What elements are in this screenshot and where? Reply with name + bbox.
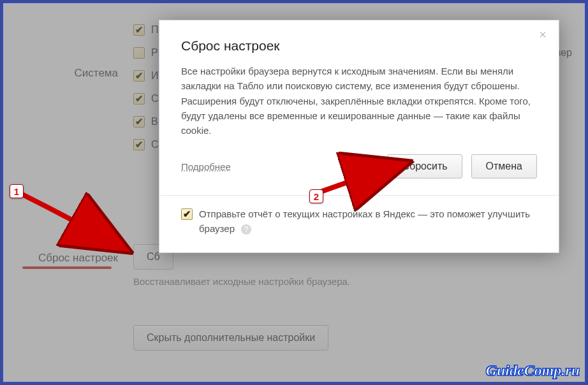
divider [159,195,559,196]
checkbox-icon[interactable] [181,208,193,220]
annotation-marker-1: 1 [10,184,24,198]
dialog-title: Сброс настроек [181,38,537,54]
settings-page: Система Сброс настроек Показывать иконку… [3,3,585,382]
cancel-button[interactable]: Отмена [471,154,537,178]
more-link[interactable]: Подробнее [181,161,231,172]
close-icon[interactable]: × [536,28,550,42]
help-icon[interactable]: ? [241,224,251,235]
reset-settings-dialog: × Сброс настроек Все настройки браузера … [159,20,559,253]
annotation-marker-2: 2 [309,189,323,203]
send-report-option[interactable]: Отправьте отчёт о текущих настройках в Я… [181,207,537,236]
dialog-description: Все настройки браузера вернутся к исходн… [181,64,537,138]
confirm-reset-button[interactable]: Сбросить [387,154,462,178]
watermark: GuideComp.ru [486,362,580,379]
